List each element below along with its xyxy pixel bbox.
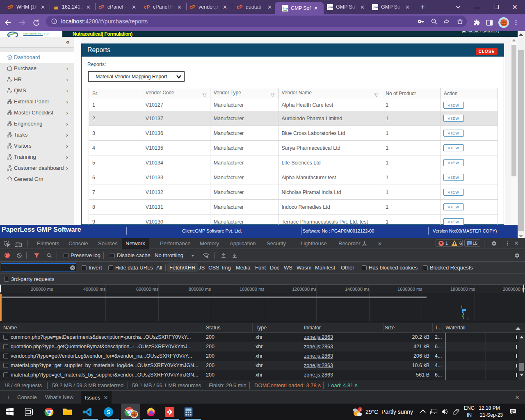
svg-text:1: 1 <box>359 408 361 411</box>
svg-text:GMP: GMP <box>374 6 378 9</box>
svg-text:GMP: GMP <box>329 6 333 9</box>
svg-text:cP: cP <box>7 5 13 9</box>
svg-text:cP: cP <box>237 5 242 9</box>
svg-text:GMP: GMP <box>284 7 289 10</box>
svg-text:cP: cP <box>98 5 104 9</box>
svg-text:cP: cP <box>144 5 150 9</box>
svg-text:S: S <box>107 409 110 415</box>
svg-text:cP: cP <box>189 5 195 9</box>
svg-text:SOFTWARE PVT. LTD: SOFTWARE PVT. LTD <box>23 32 49 35</box>
